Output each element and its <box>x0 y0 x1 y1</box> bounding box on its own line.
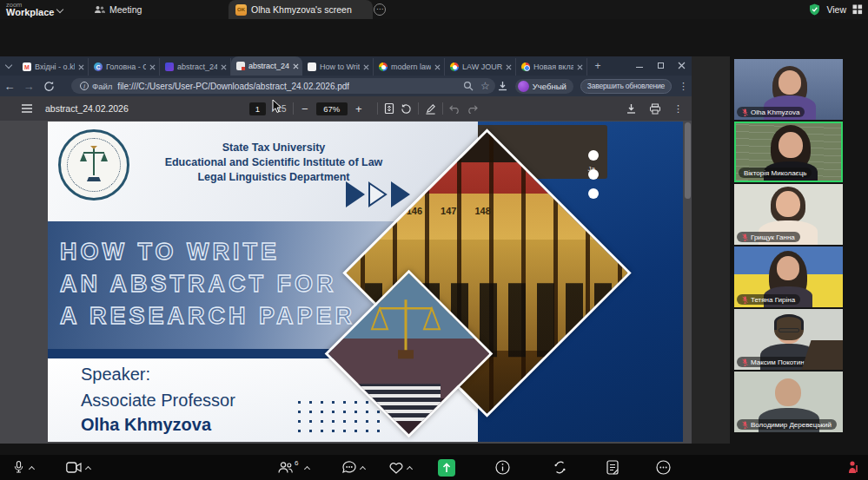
ai-companion-icon[interactable] <box>553 460 567 475</box>
new-tab-button[interactable]: + <box>591 60 605 74</box>
tab-label: Вхідні - o.khm <box>35 62 75 71</box>
pdf-download-icon[interactable] <box>626 103 637 115</box>
participants-options-chevron[interactable] <box>304 465 310 471</box>
tab-label: abstract_24.02.2 <box>248 62 289 70</box>
reactions-options-chevron[interactable] <box>407 465 413 471</box>
leave-meeting-icon[interactable] <box>847 460 859 475</box>
info-icon[interactable] <box>495 460 510 475</box>
participants-count: 6 <box>295 459 298 467</box>
reload-icon[interactable] <box>43 81 55 92</box>
find-in-page-icon[interactable] <box>463 81 474 91</box>
title-line-2: AN ABSTRACT FOR <box>60 268 336 300</box>
dotted-grid-decoration <box>294 398 381 436</box>
chat-options-chevron[interactable] <box>360 465 366 471</box>
participant-nameplate: Вікторія Миколаєць <box>739 168 812 178</box>
pdf-page-input[interactable]: 1 <box>249 102 266 115</box>
muted-mic-icon <box>742 296 748 304</box>
tab-close-icon[interactable] <box>293 63 299 69</box>
participant-tile-olha-khmyzova[interactable]: Olha Khmyzova <box>734 59 843 120</box>
pdf-more-icon[interactable]: ⋮ <box>673 103 683 115</box>
url-field[interactable]: i Файл file:///C:/Users/User-PC/Download… <box>71 78 495 94</box>
pdf-viewer-favicon <box>165 62 174 71</box>
pdf-page-favicon <box>236 62 245 70</box>
browser-tab-law-journal[interactable]: LAW JOURNAL <box>445 58 516 76</box>
browser-menu-icon[interactable]: ⋮ <box>679 81 688 92</box>
bookmark-star-icon[interactable]: ☆ <box>480 80 490 92</box>
tab-label: Новая вкладка <box>533 62 573 71</box>
video-camera-icon[interactable] <box>66 462 82 473</box>
browser-tab-canva[interactable]: C Головна - Canv <box>89 58 160 76</box>
browser-profile-chip[interactable]: Учебный <box>515 79 573 94</box>
video-options-chevron[interactable] <box>85 465 91 471</box>
window-maximize-button[interactable] <box>650 56 671 74</box>
window-close-button[interactable] <box>671 56 692 74</box>
annotate-pen-icon[interactable] <box>425 103 436 115</box>
mic-options-chevron[interactable] <box>29 465 35 471</box>
zoom-out-button[interactable]: − <box>300 102 310 115</box>
downloads-icon[interactable] <box>497 81 508 92</box>
forward-icon[interactable]: → <box>19 80 38 93</box>
browser-tab-abstract-pdf-active[interactable]: abstract_24.02.2 <box>231 56 302 76</box>
speaker-label: Speaker: <box>81 365 150 385</box>
participant-tile-maksym-pokotynskyi[interactable]: Максим Покотинський <box>734 309 843 370</box>
book-number: 147 <box>441 206 456 216</box>
share-screen-button[interactable] <box>438 459 455 477</box>
redo-icon[interactable] <box>467 104 478 114</box>
speaker-role: Associate Professor <box>81 391 235 411</box>
university-emblem <box>58 129 129 201</box>
chat-icon[interactable] <box>342 461 356 474</box>
tab-close-icon[interactable] <box>363 64 369 70</box>
participant-name: Володимир Деревецький <box>751 421 832 429</box>
tab-screen-share[interactable]: OK Olha Khmyzova's screen <box>229 0 373 19</box>
notes-icon[interactable] <box>606 460 619 475</box>
mic-icon[interactable] <box>12 460 25 475</box>
more-options-icon[interactable] <box>656 460 671 475</box>
browser-tab-how-to-write[interactable]: How to Write an <box>302 58 374 76</box>
rotate-page-icon[interactable] <box>401 103 412 115</box>
share-tab-label: Olha Khmyzova's screen <box>251 4 352 15</box>
fit-to-page-icon[interactable] <box>384 102 394 115</box>
tab-meeting[interactable]: Meeting <box>87 0 149 19</box>
print-icon[interactable] <box>649 103 661 115</box>
share-tab-more-icon[interactable]: ⋯ <box>374 3 386 16</box>
pdf-content-area: Issue 1 Ja <box>0 121 692 444</box>
finish-update-button[interactable]: Завершить обновление <box>580 79 672 94</box>
undo-icon[interactable] <box>449 104 461 114</box>
window-minimize-button[interactable] <box>629 56 650 74</box>
tab-search-chevron-icon[interactable] <box>1 58 17 74</box>
tab-label: Головна - Canv <box>106 62 146 71</box>
tab-close-icon[interactable] <box>506 64 512 70</box>
participant-tile-volodymyr-derevetskyi[interactable]: Володимир Деревецький <box>734 372 843 432</box>
tab-close-icon[interactable] <box>434 64 441 70</box>
tab-close-icon[interactable] <box>78 64 84 70</box>
tab-close-icon[interactable] <box>577 64 583 70</box>
zoom-in-button[interactable]: + <box>354 102 364 115</box>
tab-close-icon[interactable] <box>221 64 227 70</box>
back-icon[interactable]: ← <box>0 80 19 93</box>
pdf-menu-icon[interactable] <box>21 103 33 114</box>
muted-mic-icon <box>742 358 748 366</box>
participant-nameplate: Olha Khmyzova <box>737 107 805 117</box>
browser-address-bar: ← → i Файл file:///C:/Users/User-PC/Down… <box>0 76 692 96</box>
security-shield-icon[interactable] <box>809 3 820 16</box>
browser-tab-new-tab[interactable]: Новая вкладка <box>516 58 587 76</box>
view-button-label[interactable]: View <box>826 4 846 15</box>
pdf-zoom-level[interactable]: 67% <box>316 102 348 115</box>
muted-mic-icon <box>742 421 748 429</box>
title-line-3: A RESEARCH PAPER <box>60 300 355 332</box>
participant-tile-viktoriia-mykolaiets[interactable]: Вікторія Миколаєць <box>734 122 843 182</box>
browser-tab-modern-law-journal[interactable]: modern law jou <box>374 58 445 76</box>
reactions-heart-icon[interactable] <box>389 462 403 474</box>
meeting-tab-label: Meeting <box>109 4 142 15</box>
browser-tab-gmail[interactable]: M Вхідні - o.khm <box>17 58 89 76</box>
logo-workplace-text: Workplace <box>6 9 54 16</box>
tab-close-icon[interactable] <box>149 64 156 70</box>
view-grid-icon[interactable] <box>852 4 863 15</box>
workspace-chevron-down-icon[interactable] <box>56 6 63 13</box>
site-info-chip[interactable]: i Файл <box>80 82 112 91</box>
participants-icon[interactable] <box>278 461 293 474</box>
participant-tile-hryshchuk-hanna[interactable]: Грищук Ганна <box>734 184 843 245</box>
pdf-scrollbar-thumb[interactable] <box>685 122 691 199</box>
browser-tab-abstract-pdf[interactable]: abstract_24.02. <box>160 58 231 76</box>
participant-tile-tetiana-hirina[interactable]: Тетяна Гиріна <box>734 247 843 307</box>
